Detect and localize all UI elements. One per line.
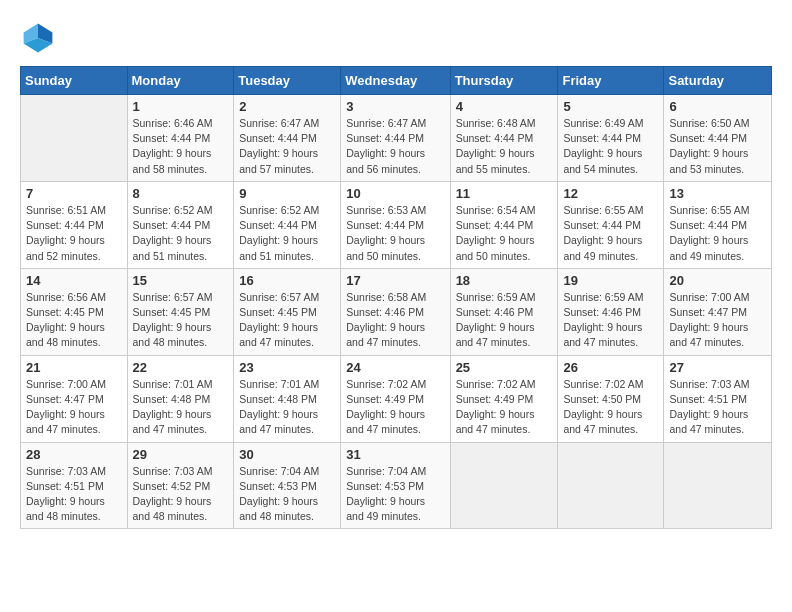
day-info: Sunrise: 6:54 AM Sunset: 4:44 PM Dayligh…	[456, 203, 553, 264]
day-info: Sunrise: 6:57 AM Sunset: 4:45 PM Dayligh…	[133, 290, 229, 351]
day-number: 8	[133, 186, 229, 201]
calendar-cell: 4Sunrise: 6:48 AM Sunset: 4:44 PM Daylig…	[450, 95, 558, 182]
day-number: 5	[563, 99, 658, 114]
calendar-cell	[21, 95, 128, 182]
day-info: Sunrise: 7:03 AM Sunset: 4:52 PM Dayligh…	[133, 464, 229, 525]
calendar-cell: 13Sunrise: 6:55 AM Sunset: 4:44 PM Dayli…	[664, 181, 772, 268]
day-number: 23	[239, 360, 335, 375]
day-number: 11	[456, 186, 553, 201]
day-info: Sunrise: 7:02 AM Sunset: 4:49 PM Dayligh…	[346, 377, 444, 438]
page-header	[20, 20, 772, 56]
calendar-cell: 9Sunrise: 6:52 AM Sunset: 4:44 PM Daylig…	[234, 181, 341, 268]
calendar-cell: 22Sunrise: 7:01 AM Sunset: 4:48 PM Dayli…	[127, 355, 234, 442]
calendar-cell	[450, 442, 558, 529]
calendar-body: 1Sunrise: 6:46 AM Sunset: 4:44 PM Daylig…	[21, 95, 772, 529]
day-number: 4	[456, 99, 553, 114]
day-number: 2	[239, 99, 335, 114]
day-number: 18	[456, 273, 553, 288]
day-number: 6	[669, 99, 766, 114]
day-number: 24	[346, 360, 444, 375]
calendar-cell: 1Sunrise: 6:46 AM Sunset: 4:44 PM Daylig…	[127, 95, 234, 182]
calendar-cell: 15Sunrise: 6:57 AM Sunset: 4:45 PM Dayli…	[127, 268, 234, 355]
day-info: Sunrise: 6:52 AM Sunset: 4:44 PM Dayligh…	[239, 203, 335, 264]
day-number: 10	[346, 186, 444, 201]
day-info: Sunrise: 7:04 AM Sunset: 4:53 PM Dayligh…	[346, 464, 444, 525]
calendar-cell: 31Sunrise: 7:04 AM Sunset: 4:53 PM Dayli…	[341, 442, 450, 529]
calendar-cell: 26Sunrise: 7:02 AM Sunset: 4:50 PM Dayli…	[558, 355, 664, 442]
day-info: Sunrise: 7:00 AM Sunset: 4:47 PM Dayligh…	[26, 377, 122, 438]
day-info: Sunrise: 7:02 AM Sunset: 4:50 PM Dayligh…	[563, 377, 658, 438]
calendar-cell: 3Sunrise: 6:47 AM Sunset: 4:44 PM Daylig…	[341, 95, 450, 182]
week-row: 7Sunrise: 6:51 AM Sunset: 4:44 PM Daylig…	[21, 181, 772, 268]
day-info: Sunrise: 7:02 AM Sunset: 4:49 PM Dayligh…	[456, 377, 553, 438]
day-number: 15	[133, 273, 229, 288]
calendar-cell	[664, 442, 772, 529]
day-number: 30	[239, 447, 335, 462]
day-info: Sunrise: 6:47 AM Sunset: 4:44 PM Dayligh…	[239, 116, 335, 177]
day-number: 17	[346, 273, 444, 288]
day-info: Sunrise: 6:55 AM Sunset: 4:44 PM Dayligh…	[563, 203, 658, 264]
day-info: Sunrise: 6:51 AM Sunset: 4:44 PM Dayligh…	[26, 203, 122, 264]
days-of-week-row: SundayMondayTuesdayWednesdayThursdayFrid…	[21, 67, 772, 95]
day-info: Sunrise: 6:53 AM Sunset: 4:44 PM Dayligh…	[346, 203, 444, 264]
day-number: 25	[456, 360, 553, 375]
day-number: 7	[26, 186, 122, 201]
calendar-cell: 10Sunrise: 6:53 AM Sunset: 4:44 PM Dayli…	[341, 181, 450, 268]
day-number: 29	[133, 447, 229, 462]
day-number: 22	[133, 360, 229, 375]
calendar-cell: 28Sunrise: 7:03 AM Sunset: 4:51 PM Dayli…	[21, 442, 128, 529]
calendar-cell: 23Sunrise: 7:01 AM Sunset: 4:48 PM Dayli…	[234, 355, 341, 442]
day-number: 1	[133, 99, 229, 114]
day-number: 14	[26, 273, 122, 288]
day-info: Sunrise: 6:48 AM Sunset: 4:44 PM Dayligh…	[456, 116, 553, 177]
day-info: Sunrise: 7:01 AM Sunset: 4:48 PM Dayligh…	[133, 377, 229, 438]
day-number: 19	[563, 273, 658, 288]
day-number: 31	[346, 447, 444, 462]
calendar-header: SundayMondayTuesdayWednesdayThursdayFrid…	[21, 67, 772, 95]
calendar-cell: 6Sunrise: 6:50 AM Sunset: 4:44 PM Daylig…	[664, 95, 772, 182]
week-row: 1Sunrise: 6:46 AM Sunset: 4:44 PM Daylig…	[21, 95, 772, 182]
week-row: 28Sunrise: 7:03 AM Sunset: 4:51 PM Dayli…	[21, 442, 772, 529]
day-info: Sunrise: 7:01 AM Sunset: 4:48 PM Dayligh…	[239, 377, 335, 438]
day-info: Sunrise: 6:59 AM Sunset: 4:46 PM Dayligh…	[563, 290, 658, 351]
day-info: Sunrise: 7:00 AM Sunset: 4:47 PM Dayligh…	[669, 290, 766, 351]
day-number: 12	[563, 186, 658, 201]
day-number: 26	[563, 360, 658, 375]
day-number: 16	[239, 273, 335, 288]
calendar-cell: 5Sunrise: 6:49 AM Sunset: 4:44 PM Daylig…	[558, 95, 664, 182]
day-number: 28	[26, 447, 122, 462]
day-info: Sunrise: 7:03 AM Sunset: 4:51 PM Dayligh…	[26, 464, 122, 525]
logo	[20, 20, 60, 56]
day-number: 27	[669, 360, 766, 375]
day-info: Sunrise: 6:55 AM Sunset: 4:44 PM Dayligh…	[669, 203, 766, 264]
day-info: Sunrise: 6:47 AM Sunset: 4:44 PM Dayligh…	[346, 116, 444, 177]
day-info: Sunrise: 6:49 AM Sunset: 4:44 PM Dayligh…	[563, 116, 658, 177]
calendar-cell: 17Sunrise: 6:58 AM Sunset: 4:46 PM Dayli…	[341, 268, 450, 355]
calendar-cell: 16Sunrise: 6:57 AM Sunset: 4:45 PM Dayli…	[234, 268, 341, 355]
day-info: Sunrise: 7:04 AM Sunset: 4:53 PM Dayligh…	[239, 464, 335, 525]
calendar-cell: 2Sunrise: 6:47 AM Sunset: 4:44 PM Daylig…	[234, 95, 341, 182]
day-number: 9	[239, 186, 335, 201]
calendar-cell: 19Sunrise: 6:59 AM Sunset: 4:46 PM Dayli…	[558, 268, 664, 355]
day-info: Sunrise: 6:50 AM Sunset: 4:44 PM Dayligh…	[669, 116, 766, 177]
calendar-table: SundayMondayTuesdayWednesdayThursdayFrid…	[20, 66, 772, 529]
calendar-cell: 24Sunrise: 7:02 AM Sunset: 4:49 PM Dayli…	[341, 355, 450, 442]
day-info: Sunrise: 6:58 AM Sunset: 4:46 PM Dayligh…	[346, 290, 444, 351]
day-of-week-friday: Friday	[558, 67, 664, 95]
calendar-cell: 25Sunrise: 7:02 AM Sunset: 4:49 PM Dayli…	[450, 355, 558, 442]
calendar-cell: 11Sunrise: 6:54 AM Sunset: 4:44 PM Dayli…	[450, 181, 558, 268]
calendar-cell: 8Sunrise: 6:52 AM Sunset: 4:44 PM Daylig…	[127, 181, 234, 268]
calendar-cell: 18Sunrise: 6:59 AM Sunset: 4:46 PM Dayli…	[450, 268, 558, 355]
day-number: 3	[346, 99, 444, 114]
calendar-cell: 21Sunrise: 7:00 AM Sunset: 4:47 PM Dayli…	[21, 355, 128, 442]
day-info: Sunrise: 6:46 AM Sunset: 4:44 PM Dayligh…	[133, 116, 229, 177]
day-of-week-sunday: Sunday	[21, 67, 128, 95]
calendar-cell: 30Sunrise: 7:04 AM Sunset: 4:53 PM Dayli…	[234, 442, 341, 529]
calendar-cell: 27Sunrise: 7:03 AM Sunset: 4:51 PM Dayli…	[664, 355, 772, 442]
day-number: 20	[669, 273, 766, 288]
day-info: Sunrise: 6:59 AM Sunset: 4:46 PM Dayligh…	[456, 290, 553, 351]
day-of-week-saturday: Saturday	[664, 67, 772, 95]
calendar-cell: 29Sunrise: 7:03 AM Sunset: 4:52 PM Dayli…	[127, 442, 234, 529]
day-of-week-thursday: Thursday	[450, 67, 558, 95]
calendar-cell: 12Sunrise: 6:55 AM Sunset: 4:44 PM Dayli…	[558, 181, 664, 268]
